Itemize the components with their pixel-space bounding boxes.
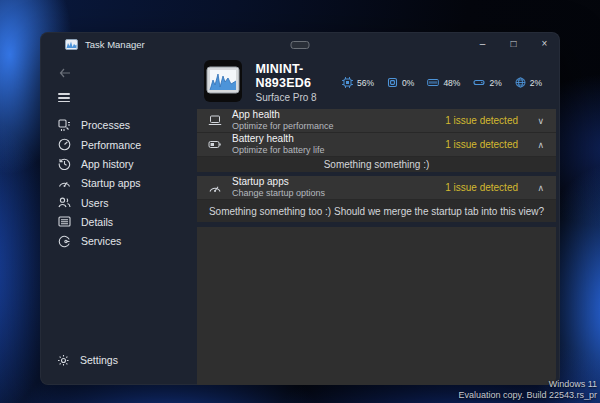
task-manager-app-icon (65, 39, 78, 50)
sidebar-item-label: Processes (81, 119, 130, 131)
issue-status-badge: 1 issue detected (445, 115, 518, 126)
health-content: MININT-N893ED6 Surface Pro 8 56% (197, 56, 560, 385)
network-value: 2% (530, 78, 542, 88)
gpu-icon (387, 77, 398, 88)
startup-apps-row[interactable]: Startup apps Change startup options 1 is… (197, 176, 556, 200)
sidebar-item-label: App history (81, 158, 134, 170)
titlebar[interactable]: Task Manager – □ × (40, 32, 560, 56)
sidebar-item-performance[interactable]: Performance (40, 135, 197, 154)
issue-status-badge: 1 issue detected (445, 139, 518, 150)
device-thumbnail (204, 60, 242, 102)
task-manager-monitor-icon (206, 66, 240, 96)
services-icon (57, 235, 71, 248)
disk-icon (473, 77, 485, 88)
sidebar: Processes Performance (40, 56, 197, 385)
laptop-icon (206, 115, 223, 126)
users-icon (57, 196, 71, 209)
back-button[interactable] (40, 60, 197, 84)
empty-content-panel (197, 227, 556, 385)
gear-icon (57, 354, 70, 367)
startup-apps-expanded-content: Something something too :) Should we mer… (197, 200, 556, 222)
sidebar-item-settings[interactable]: Settings (40, 349, 197, 371)
sidebar-item-services[interactable]: Services (40, 232, 197, 251)
startup-apps-message: Something something too :) Should we mer… (209, 206, 544, 217)
hamburger-icon (58, 93, 197, 102)
battery-health-message: Something something :) (324, 159, 430, 170)
gpu-stat: 0% (387, 77, 414, 88)
startup-gauge-icon (206, 182, 223, 194)
app-health-row[interactable]: App health Optimize for performance 1 is… (197, 109, 556, 133)
chevron-down-icon[interactable]: ∨ (518, 116, 544, 126)
maximize-button[interactable]: □ (498, 32, 529, 56)
chevron-up-icon[interactable]: ∧ (518, 140, 544, 150)
memory-icon (427, 77, 439, 88)
sidebar-item-processes[interactable]: Processes (40, 116, 197, 135)
sidebar-nav: Processes Performance (40, 116, 197, 251)
resource-stats: 56% 0% (342, 77, 556, 88)
sidebar-item-label: Users (81, 197, 108, 209)
app-history-icon (57, 157, 71, 170)
row-title: App health (232, 110, 334, 121)
network-stat: 2% (515, 77, 542, 88)
settings-label: Settings (80, 354, 118, 366)
row-title: Battery health (232, 134, 325, 145)
cpu-stat: 56% (342, 77, 374, 88)
back-arrow-icon (58, 68, 72, 78)
sidebar-item-label: Services (81, 235, 121, 247)
minimize-button[interactable]: – (467, 32, 498, 56)
network-globe-icon (515, 77, 526, 88)
sidebar-item-label: Startup apps (81, 177, 141, 189)
window-title: Task Manager (85, 39, 145, 50)
disk-stat: 2% (473, 77, 501, 88)
task-manager-window: Task Manager – □ × (40, 32, 560, 385)
cpu-icon (342, 77, 353, 88)
performance-icon (57, 138, 71, 151)
cpu-value: 56% (357, 78, 374, 88)
row-subtitle: Optimize for battery life (232, 146, 325, 155)
sidebar-item-label: Performance (81, 139, 141, 151)
sidebar-item-details[interactable]: Details (40, 212, 197, 231)
disk-value: 2% (489, 78, 501, 88)
memory-value: 48% (443, 78, 460, 88)
sidebar-item-users[interactable]: Users (40, 193, 197, 212)
device-header: MININT-N893ED6 Surface Pro 8 56% (197, 56, 556, 109)
details-icon (57, 215, 71, 228)
windows-watermark: Windows 11 Evaluation copy. Build 22543.… (459, 379, 597, 402)
gpu-value: 0% (402, 78, 414, 88)
battery-icon (206, 139, 223, 150)
chevron-up-icon[interactable]: ∧ (518, 183, 544, 193)
startup-apps-icon (57, 177, 71, 190)
issue-status-badge: 1 issue detected (445, 182, 518, 193)
device-model: Surface Pro 8 (255, 92, 342, 103)
watermark-line2: Evaluation copy. Build 22543.rs_pr (459, 390, 597, 401)
sidebar-item-label: Details (81, 216, 113, 228)
watermark-line1: Windows 11 (459, 379, 597, 390)
memory-stat: 48% (427, 77, 460, 88)
drag-handle[interactable] (291, 41, 310, 49)
battery-health-expanded-content: Something something :) (197, 157, 556, 172)
row-subtitle: Change startup options (232, 189, 325, 198)
health-row-list: App health Optimize for performance 1 is… (197, 109, 556, 385)
processes-icon (57, 119, 71, 132)
navigation-menu-button[interactable] (40, 84, 197, 111)
device-name: MININT-N893ED6 (255, 62, 342, 90)
sidebar-item-app-history[interactable]: App history (40, 154, 197, 173)
row-subtitle: Optimize for performance (232, 122, 334, 131)
close-button[interactable]: × (529, 32, 560, 56)
sidebar-item-startup-apps[interactable]: Startup apps (40, 174, 197, 193)
battery-health-row[interactable]: Battery health Optimize for battery life… (197, 133, 556, 157)
row-title: Startup apps (232, 177, 325, 188)
